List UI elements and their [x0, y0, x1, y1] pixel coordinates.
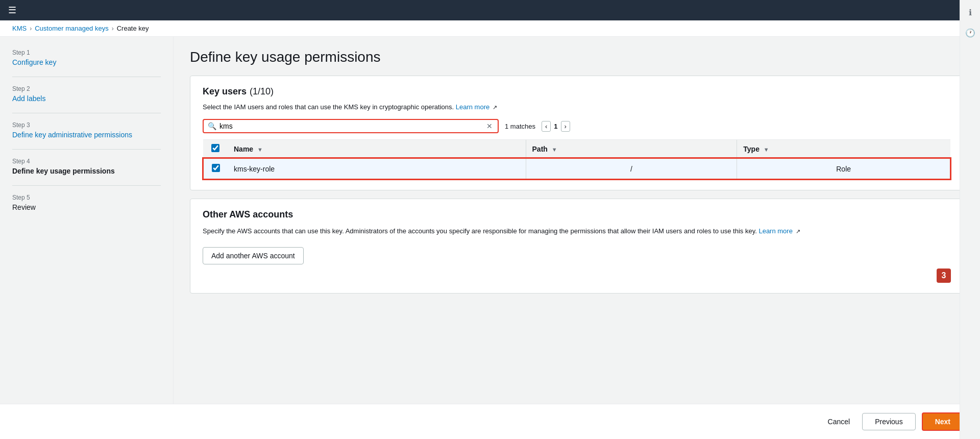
info-icon-button[interactable]: ℹ: [962, 4, 978, 20]
type-sort-icon: ▼: [764, 147, 769, 153]
search-clear-button[interactable]: ✕: [485, 122, 494, 130]
breadcrumb-current: Create key: [117, 25, 149, 32]
sidebar: Step 1 Configure key Step 2 Add labels S…: [0, 37, 174, 404]
sidebar-item-add-labels[interactable]: Add labels: [12, 94, 161, 103]
table-header-path[interactable]: Path ▼: [526, 140, 737, 159]
step5-label: Step 5: [12, 194, 161, 201]
key-users-panel: Key users (1/10) Select the IAM users an…: [190, 76, 964, 190]
key-users-count: (1/10): [250, 86, 274, 97]
step2-label: Step 2: [12, 85, 161, 92]
sidebar-step-5: Step 5 Review: [12, 194, 161, 211]
step1-label: Step 1: [12, 49, 161, 56]
table-header-row: Name ▼ Path ▼ Type ▼: [203, 140, 950, 159]
content-area: Define key usage permissions Key users (…: [174, 37, 980, 404]
action-bar: Cancel Previous Next: [0, 404, 980, 439]
key-users-title: Key users: [203, 86, 247, 97]
breadcrumb: KMS › Customer managed keys › Create key: [0, 20, 980, 37]
sidebar-item-review: Review: [12, 203, 36, 211]
breadcrumb-managed-keys-link[interactable]: Customer managed keys: [35, 25, 109, 32]
table-header-type[interactable]: Type ▼: [737, 140, 950, 159]
step4-label: Step 4: [12, 158, 161, 165]
sidebar-item-usage-permissions: Define key usage permissions: [12, 167, 115, 175]
step-divider-2: [12, 113, 161, 113]
row-path-cell: /: [526, 158, 737, 179]
other-accounts-panel: Other AWS accounts Specify the AWS accou…: [190, 199, 964, 294]
pagination-controls: ‹ 1 ›: [542, 121, 570, 132]
row-name-cell: kms-key-role: [228, 158, 526, 179]
other-accounts-description: Specify the AWS accounts that can use th…: [203, 226, 951, 237]
search-row: 🔍 ✕ 1 matches ‹ 1 ›: [203, 119, 951, 133]
clock-icon: 🕐: [965, 28, 975, 38]
add-aws-account-button[interactable]: Add another AWS account: [203, 247, 304, 264]
pagination-prev-arrow[interactable]: ‹: [542, 121, 551, 132]
table-header-checkbox: [203, 140, 228, 159]
row-checkbox-cell: [203, 158, 228, 179]
key-users-table: Name ▼ Path ▼ Type ▼: [203, 139, 951, 180]
sidebar-step-2: Step 2 Add labels: [12, 85, 161, 103]
next-button[interactable]: Next: [922, 412, 964, 431]
row-checkbox[interactable]: [212, 164, 220, 172]
pagination-page-number: 1: [554, 123, 557, 130]
page-title: Define key usage permissions: [190, 49, 964, 65]
step-divider-3: [12, 149, 161, 150]
table-header-name[interactable]: Name ▼: [228, 140, 526, 159]
breadcrumb-sep1: ›: [30, 25, 32, 32]
previous-button[interactable]: Previous: [862, 413, 915, 430]
main-layout: Step 1 Configure key Step 2 Add labels S…: [0, 37, 980, 404]
right-sidebar: ℹ 🕐: [960, 0, 980, 439]
search-icon: 🔍: [208, 122, 216, 130]
other-accounts-title: Other AWS accounts: [203, 209, 951, 220]
key-users-section: Key users (1/10) Select the IAM users an…: [190, 76, 963, 190]
row-type-cell: Role: [737, 158, 950, 179]
pagination-next-arrow[interactable]: ›: [561, 121, 570, 132]
breadcrumb-sep2: ›: [112, 25, 114, 32]
external-link-icon2: ↗: [796, 228, 800, 234]
hamburger-menu-icon[interactable]: ☰: [8, 5, 16, 16]
step-divider-4: [12, 185, 161, 186]
annotation-3: 3: [937, 269, 951, 283]
clock-icon-button[interactable]: 🕐: [962, 25, 978, 41]
step3-label: Step 3: [12, 121, 161, 129]
top-navigation: ☰: [0, 0, 980, 20]
select-all-checkbox[interactable]: [211, 144, 219, 152]
other-accounts-learn-more-link[interactable]: Learn more: [758, 227, 792, 235]
step-divider-1: [12, 77, 161, 77]
search-input-wrapper: 🔍 ✕: [203, 119, 499, 133]
sidebar-step-4: Step 4 Define key usage permissions: [12, 158, 161, 175]
sidebar-item-configure-key[interactable]: Configure key: [12, 58, 161, 66]
sidebar-step-1: Step 1 Configure key: [12, 49, 161, 66]
sidebar-item-admin-permissions[interactable]: Define key administrative permissions: [12, 131, 161, 139]
key-users-subtitle: Select the IAM users and roles that can …: [203, 103, 951, 111]
name-sort-icon: ▼: [257, 147, 263, 153]
search-input[interactable]: [219, 122, 485, 130]
info-icon: ℹ: [969, 8, 972, 17]
path-sort-icon: ▼: [552, 147, 557, 153]
matches-count: 1 matches: [505, 123, 535, 130]
key-users-learn-more-link[interactable]: Learn more: [456, 103, 489, 111]
breadcrumb-kms-link[interactable]: KMS: [12, 25, 27, 32]
external-link-icon: ↗: [493, 104, 497, 110]
cancel-button[interactable]: Cancel: [822, 413, 856, 430]
table-row: kms-key-role / Role: [203, 158, 950, 179]
sidebar-step-3: Step 3 Define key administrative permiss…: [12, 121, 161, 139]
other-accounts-section: Other AWS accounts Specify the AWS accou…: [190, 199, 963, 293]
